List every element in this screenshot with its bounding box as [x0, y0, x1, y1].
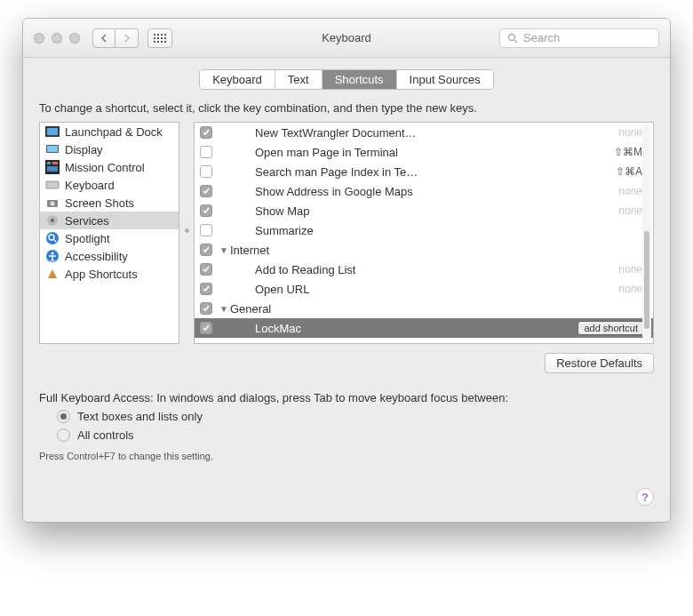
- tab-text[interactable]: Text: [275, 70, 323, 89]
- fka-hint: Press Control+F7 to change this setting.: [39, 451, 654, 461]
- svg-point-14: [51, 219, 54, 222]
- sidebar-item-spotlight[interactable]: Spotlight: [40, 229, 179, 247]
- sidebar-item-launchpad[interactable]: Launchpad & Dock: [40, 123, 179, 140]
- titlebar: Keyboard Search: [23, 19, 670, 58]
- radio-all-controls[interactable]: All controls: [57, 428, 654, 442]
- svg-point-15: [46, 232, 59, 244]
- shortcut-value: none: [618, 204, 642, 217]
- radio-button[interactable]: [57, 410, 70, 423]
- checkbox[interactable]: [200, 146, 212, 158]
- list-item[interactable]: Summarize: [195, 220, 653, 240]
- list-item[interactable]: Search man Page Index in Te… ⇧⌘A: [195, 162, 653, 181]
- sidebar-item-accessibility[interactable]: Accessibility: [40, 247, 179, 265]
- radio-text-boxes[interactable]: Text boxes and lists only: [57, 410, 654, 423]
- list-item[interactable]: Open URL none: [195, 279, 653, 299]
- tab-shortcuts[interactable]: Shortcuts: [323, 70, 397, 89]
- close-icon[interactable]: [34, 33, 44, 44]
- search-icon: [507, 33, 518, 44]
- svg-rect-10: [46, 181, 59, 188]
- content-area: Keyboard Text Shortcuts Input Sources To…: [23, 58, 670, 522]
- group-general[interactable]: ▼ General: [195, 299, 653, 318]
- panes: Launchpad & Dock Display Mission Control…: [39, 122, 654, 344]
- sidebar-item-keyboard[interactable]: Keyboard: [40, 176, 179, 194]
- checkbox[interactable]: [200, 263, 212, 276]
- zoom-icon[interactable]: [69, 33, 80, 44]
- checkbox[interactable]: [200, 126, 212, 139]
- group-label: Internet: [230, 244, 648, 257]
- search-input[interactable]: Search: [499, 28, 659, 48]
- group-internet[interactable]: ▼ Internet: [195, 240, 653, 260]
- forward-button[interactable]: [116, 28, 139, 48]
- spotlight-icon: [45, 231, 60, 245]
- checkbox[interactable]: [200, 204, 212, 217]
- shortcut-value: none: [618, 185, 642, 197]
- category-sidebar[interactable]: Launchpad & Dock Display Mission Control…: [39, 122, 179, 344]
- shortcut-value: ⇧⌘A: [616, 165, 642, 178]
- sidebar-item-services[interactable]: Services: [40, 212, 179, 229]
- help-button[interactable]: ?: [636, 488, 654, 506]
- list-item[interactable]: New TextWrangler Document… none: [195, 123, 653, 142]
- radio-button[interactable]: [57, 428, 70, 442]
- back-button[interactable]: [92, 28, 116, 48]
- full-keyboard-access: Full Keyboard Access: In windows and dia…: [39, 391, 654, 461]
- service-label: LockMac: [219, 322, 578, 335]
- list-item[interactable]: Show Address in Google Maps none: [195, 181, 653, 201]
- launchpad-icon: [45, 124, 60, 139]
- scroll-thumb[interactable]: [644, 231, 649, 329]
- service-label: Show Map: [219, 204, 618, 218]
- svg-rect-5: [47, 146, 58, 152]
- sidebar-item-screenshots[interactable]: Screen Shots: [40, 194, 179, 212]
- checkbox[interactable]: [200, 224, 212, 236]
- svg-rect-9: [47, 166, 58, 172]
- sidebar-item-label: Mission Control: [65, 161, 145, 174]
- preferences-window: Keyboard Search Keyboard Text Shortcuts …: [22, 18, 671, 523]
- search-placeholder: Search: [523, 31, 560, 44]
- list-item[interactable]: Add to Reading List none: [195, 260, 653, 279]
- pane-resizer[interactable]: [185, 122, 188, 344]
- sidebar-item-display[interactable]: Display: [40, 140, 179, 158]
- app-shortcuts-icon: [45, 267, 60, 281]
- tab-bar: Keyboard Text Shortcuts Input Sources: [39, 70, 654, 89]
- sidebar-item-app-shortcuts[interactable]: App Shortcuts: [40, 265, 179, 283]
- checkbox[interactable]: [200, 283, 212, 295]
- list-item-lockmac[interactable]: LockMac add shortcut: [195, 318, 653, 338]
- checkbox[interactable]: [200, 165, 212, 178]
- restore-defaults-button[interactable]: Restore Defaults: [545, 353, 654, 373]
- disclosure-triangle-icon[interactable]: ▼: [219, 245, 228, 255]
- add-shortcut-button[interactable]: add shortcut: [578, 321, 644, 335]
- mission-control-icon: [45, 160, 60, 174]
- checkbox[interactable]: [200, 322, 212, 334]
- service-label: Open URL: [219, 283, 618, 296]
- group-label: General: [230, 302, 648, 316]
- checkbox[interactable]: [200, 185, 212, 197]
- tab-keyboard[interactable]: Keyboard: [200, 70, 275, 89]
- svg-point-12: [51, 202, 55, 206]
- checkbox[interactable]: [200, 302, 212, 315]
- service-label: Show Address in Google Maps: [219, 185, 618, 198]
- nav-buttons: [92, 28, 139, 48]
- svg-point-19: [52, 252, 54, 255]
- sidebar-item-label: Screen Shots: [65, 196, 134, 210]
- disclosure-triangle-icon[interactable]: ▼: [219, 304, 228, 314]
- fka-title: Full Keyboard Access: In windows and dia…: [39, 391, 654, 404]
- minimize-icon[interactable]: [52, 33, 62, 44]
- tab-input-sources[interactable]: Input Sources: [397, 70, 493, 89]
- accessibility-icon: [45, 249, 60, 263]
- svg-rect-8: [52, 162, 58, 164]
- shortcuts-list[interactable]: New TextWrangler Document… none Open man…: [194, 122, 654, 344]
- sidebar-item-label: Services: [65, 214, 109, 228]
- shortcut-value: none: [618, 283, 642, 295]
- sidebar-item-mission-control[interactable]: Mission Control: [40, 158, 179, 176]
- service-label: Search man Page Index in Te…: [219, 165, 616, 179]
- show-all-button[interactable]: [147, 28, 172, 48]
- scrollbar[interactable]: [642, 124, 651, 341]
- svg-point-0: [509, 34, 515, 40]
- service-label: New TextWrangler Document…: [219, 126, 618, 140]
- checkbox[interactable]: [200, 244, 212, 256]
- services-icon: [45, 213, 60, 228]
- list-item[interactable]: Open man Page in Terminal ⇧⌘M: [195, 142, 653, 162]
- list-item[interactable]: Show Map none: [195, 201, 653, 220]
- sidebar-item-label: Launchpad & Dock: [65, 125, 163, 139]
- screenshots-icon: [45, 196, 60, 210]
- keyboard-icon: [45, 178, 60, 192]
